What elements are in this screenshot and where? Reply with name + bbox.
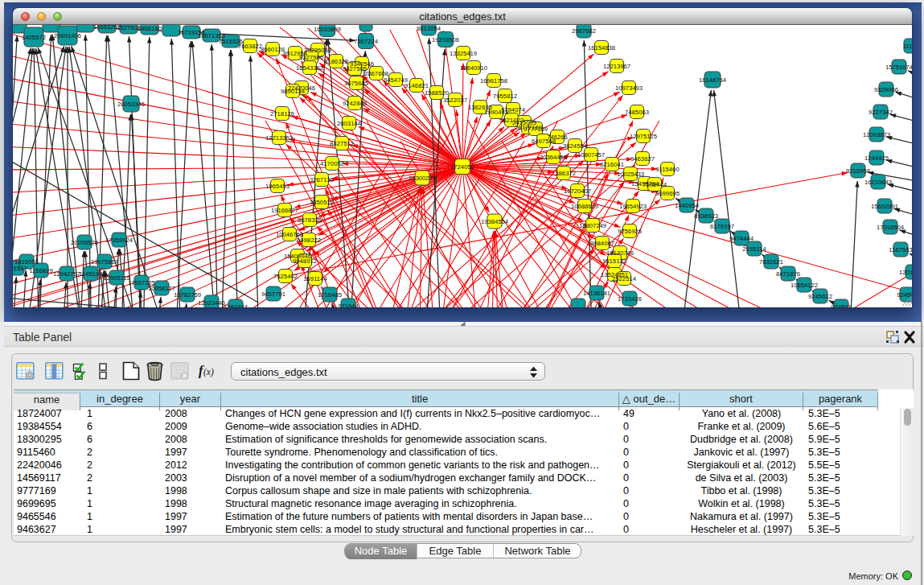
svg-text:20206576: 20206576 [71, 239, 98, 246]
svg-text:9457791: 9457791 [261, 290, 285, 298]
svg-text:2987682: 2987682 [572, 27, 596, 35]
svg-text:4170052: 4170052 [320, 160, 344, 167]
svg-text:17359924: 17359924 [105, 237, 133, 244]
svg-text:7598444: 7598444 [643, 181, 667, 188]
svg-text:9242848: 9242848 [343, 100, 367, 107]
svg-text:1724052: 1724052 [450, 163, 474, 171]
svg-text:1440954: 1440954 [675, 202, 700, 209]
svg-text:9498222: 9498222 [297, 237, 321, 244]
svg-text:1167533: 1167533 [889, 246, 912, 253]
svg-text:16543362: 16543362 [296, 64, 323, 72]
svg-text:7625402: 7625402 [273, 273, 298, 280]
svg-text:17016504: 17016504 [877, 224, 905, 231]
svg-text:12975125: 12975125 [630, 133, 657, 140]
svg-text:12942757: 12942757 [53, 270, 80, 278]
svg-text:11123: 11123 [903, 43, 912, 50]
svg-text:2935114: 2935114 [742, 245, 766, 253]
svg-text:924561: 924561 [831, 303, 852, 308]
svg-text:8938923: 8938923 [694, 212, 718, 220]
svg-text:1244415: 1244415 [864, 154, 889, 162]
svg-text:8813054: 8813054 [417, 25, 441, 32]
svg-text:9227342: 9227342 [869, 109, 893, 116]
svg-text:8186328: 8186328 [324, 58, 348, 65]
svg-text:6216041: 6216041 [600, 161, 624, 168]
svg-text:9327505: 9327505 [343, 65, 367, 72]
svg-text:8678335: 8678335 [298, 216, 322, 224]
svg-text:2803144: 2803144 [337, 120, 362, 127]
svg-text:3675685: 3675685 [344, 80, 368, 87]
svg-text:3522037: 3522037 [443, 97, 467, 104]
svg-text:19384554: 19384554 [481, 218, 509, 225]
svg-text:12093873: 12093873 [863, 131, 890, 138]
svg-text:10958127: 10958127 [148, 285, 175, 292]
svg-text:9327500: 9327500 [299, 54, 323, 61]
svg-text:14136141: 14136141 [583, 290, 610, 297]
svg-text:15692991: 15692991 [871, 203, 898, 210]
svg-text:16210643: 16210643 [864, 179, 892, 186]
svg-text:9794074: 9794074 [501, 106, 526, 113]
svg-text:1405572: 1405572 [22, 34, 46, 41]
svg-text:3350513: 3350513 [310, 199, 334, 206]
svg-text:9463627: 9463627 [630, 155, 655, 163]
svg-text:2718126: 2718126 [270, 110, 294, 117]
svg-text:7663822: 7663822 [238, 43, 262, 50]
svg-text:1965493: 1965493 [265, 183, 290, 190]
svg-text:9984067: 9984067 [590, 240, 614, 247]
svg-text:23226058: 23226058 [304, 47, 331, 54]
svg-text:8660128: 8660128 [261, 46, 285, 53]
svg-text:16148764: 16148764 [699, 76, 727, 84]
svg-text:7485063: 7485063 [625, 109, 649, 116]
svg-text:6466160: 6466160 [138, 25, 162, 32]
svg-text:1815051: 1815051 [14, 258, 39, 266]
svg-text:1588520: 1588520 [425, 89, 449, 97]
svg-text:12905115: 12905115 [103, 274, 130, 282]
svg-text:9474444: 9474444 [729, 235, 754, 242]
svg-text:16154838: 16154838 [588, 44, 615, 51]
svg-text:1691144: 1691144 [303, 275, 327, 282]
svg-text:20691406: 20691406 [54, 32, 81, 39]
svg-text:3624554: 3624554 [563, 142, 588, 150]
svg-text:1615132: 1615132 [602, 257, 626, 265]
svg-text:7632621: 7632621 [759, 258, 783, 266]
svg-text:20364456: 20364456 [540, 154, 567, 161]
svg-text:9777169: 9777169 [524, 126, 548, 133]
svg-text:10025433: 10025433 [617, 171, 644, 178]
svg-text:9890134: 9890134 [281, 88, 306, 95]
svg-text:10688609: 10688609 [571, 203, 598, 210]
svg-text:1292344: 1292344 [224, 303, 248, 308]
svg-text:8427512: 8427512 [330, 140, 354, 147]
svg-text:2522514: 2522514 [612, 275, 637, 282]
svg-text:1716485: 1716485 [318, 291, 342, 299]
svg-text:3267130: 3267130 [310, 176, 334, 183]
svg-text:1156829: 1156829 [29, 267, 52, 274]
svg-text:19975867: 19975867 [91, 258, 118, 266]
svg-text:16782759: 16782759 [174, 291, 201, 299]
svg-text:13325419: 13325419 [450, 50, 477, 57]
svg-text:12923446: 12923446 [198, 299, 225, 307]
svg-text:391517: 391517 [13, 265, 27, 272]
svg-text:28053346: 28053346 [117, 101, 145, 108]
svg-text:1145194: 1145194 [79, 270, 103, 278]
svg-text:9245612: 9245612 [808, 293, 832, 300]
svg-text:25300275: 25300275 [409, 175, 436, 182]
svg-text:10973493: 10973493 [615, 84, 643, 92]
svg-text:9699695: 9699695 [655, 190, 680, 197]
svg-text:18640910: 18640910 [460, 64, 487, 72]
svg-text:7386372: 7386372 [552, 170, 576, 177]
svg-text:16961758: 16961758 [480, 77, 507, 84]
svg-text:19218506: 19218506 [432, 36, 459, 43]
svg-text:8215958: 8215958 [846, 167, 870, 175]
svg-text:15751074: 15751074 [885, 64, 912, 71]
svg-text:9115460: 9115460 [655, 166, 679, 173]
svg-text:9146821: 9146821 [405, 82, 429, 89]
svg-text:16033809: 16033809 [314, 26, 341, 33]
svg-text:12010554: 12010554 [899, 269, 912, 276]
svg-text:12213363: 12213363 [265, 134, 293, 142]
svg-text:12213967: 12213967 [603, 63, 630, 70]
svg-text:924501: 924501 [897, 291, 912, 299]
svg-text:971644: 971644 [338, 303, 359, 308]
svg-text:10807457: 10807457 [577, 151, 605, 159]
svg-text:6497568: 6497568 [532, 138, 556, 145]
svg-text:16120746: 16120746 [606, 249, 634, 257]
svg-text:10654122: 10654122 [791, 282, 818, 289]
